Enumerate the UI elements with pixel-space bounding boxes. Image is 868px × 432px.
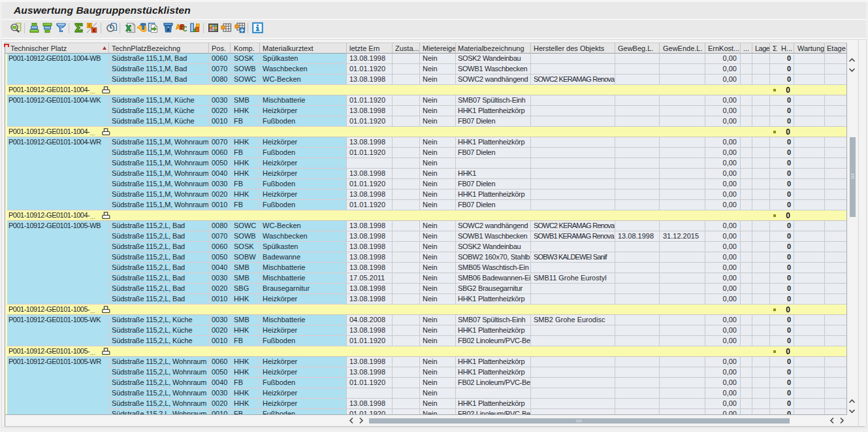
svg-text:C: C	[183, 25, 187, 33]
